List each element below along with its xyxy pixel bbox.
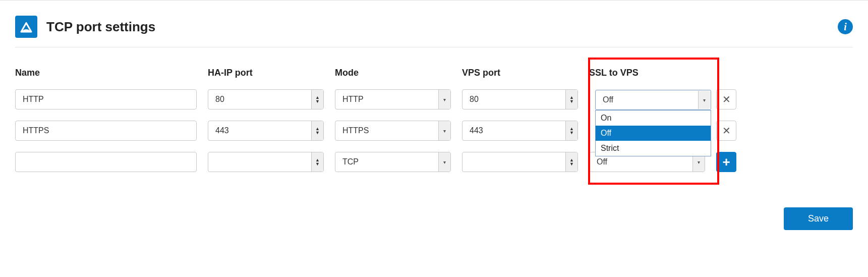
add-row-button[interactable]: + <box>716 152 736 172</box>
col-header-name: Name <box>15 68 197 78</box>
col-header-haip-port: HA-IP port <box>208 68 324 78</box>
settings-table: Name HA-IP port Mode VPS port SSL to VPS… <box>15 68 853 172</box>
plus-icon: + <box>722 154 730 170</box>
mode-select[interactable] <box>335 152 451 172</box>
remove-row-button[interactable]: ✕ <box>716 121 736 141</box>
vps-port-input[interactable] <box>462 89 578 109</box>
close-icon: ✕ <box>722 93 731 105</box>
haip-port-input[interactable] <box>208 89 324 109</box>
name-input[interactable] <box>15 89 197 109</box>
remove-row-button[interactable]: ✕ <box>716 89 736 109</box>
app-icon <box>15 16 37 38</box>
save-button[interactable]: Save <box>784 207 853 230</box>
info-icon[interactable]: i <box>838 19 853 34</box>
col-header-mode: Mode <box>335 68 451 78</box>
ssl-select-value: Off <box>603 95 613 104</box>
page-header: TCP port settings i <box>15 16 853 38</box>
vps-port-input[interactable] <box>462 121 578 141</box>
haip-port-input[interactable] <box>208 121 324 141</box>
name-input[interactable] <box>15 152 197 172</box>
name-input[interactable] <box>15 121 197 141</box>
ssl-option-on[interactable]: On <box>596 110 711 126</box>
header-divider <box>15 47 853 47</box>
close-icon: ✕ <box>722 125 731 137</box>
mode-select[interactable] <box>335 89 451 109</box>
ssl-option-strict[interactable]: Strict <box>596 141 711 156</box>
col-header-vps-port: VPS port <box>462 68 578 78</box>
ssl-select-open[interactable]: Off ▾ <box>595 90 711 110</box>
col-header-ssl: SSL to VPS <box>589 68 705 78</box>
vps-port-input[interactable] <box>462 152 578 172</box>
mode-select[interactable] <box>335 121 451 141</box>
ssl-dropdown-list[interactable]: On Off Strict <box>595 110 711 156</box>
chevron-down-icon: ▾ <box>698 91 710 109</box>
page-title: TCP port settings <box>46 19 155 35</box>
haip-port-input[interactable] <box>208 152 324 172</box>
ssl-option-off[interactable]: Off <box>596 126 711 141</box>
